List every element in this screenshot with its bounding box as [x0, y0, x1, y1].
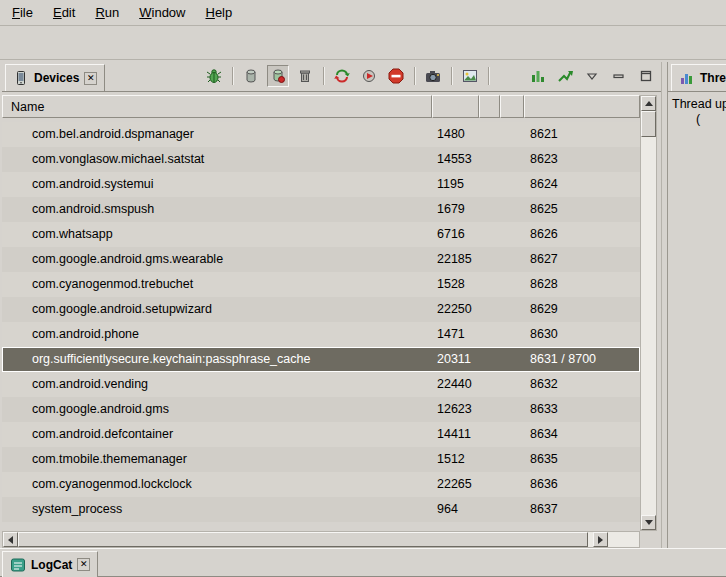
menu-help[interactable]: Help: [195, 2, 242, 23]
method-profile-arrow-button[interactable]: [554, 65, 576, 87]
vertical-scrollbar[interactable]: [640, 95, 657, 531]
process-row[interactable]: org.sufficientlysecure.keychain:passphra…: [2, 347, 640, 372]
process-row[interactable]: com.google.android.gms126238633: [2, 397, 640, 422]
column-header[interactable]: [500, 95, 524, 118]
view-menu-button[interactable]: [581, 65, 603, 87]
threads-tab-icon: [679, 70, 695, 86]
process-port: 8621: [530, 127, 558, 141]
process-row[interactable]: com.google.android.setupwizard222508629: [2, 297, 640, 322]
process-row[interactable]: system_process9648637: [2, 497, 640, 522]
threads-message-line1: Thread up: [668, 95, 726, 112]
screenshot-gallery-button[interactable]: [459, 65, 481, 87]
threads-panel: Threads Thread up (: [667, 62, 726, 548]
dump-hprof-icon: [270, 68, 286, 84]
process-pid: 14553: [437, 152, 472, 166]
scroll-up-button[interactable]: [641, 96, 656, 111]
process-pid: 1512: [437, 452, 465, 466]
horizontal-scrollbar[interactable]: [2, 531, 640, 548]
tab-threads[interactable]: Threads: [671, 64, 726, 91]
process-port: 8637: [530, 502, 558, 516]
debug-button[interactable]: [203, 65, 225, 87]
toolbar-separator: [323, 67, 324, 85]
process-port: 8626: [530, 227, 558, 241]
devices-tab-icon: [13, 70, 29, 86]
toolbar-separator: [414, 67, 415, 85]
process-row[interactable]: com.android.smspush16798625: [2, 197, 640, 222]
process-row[interactable]: com.cyanogenmod.lockclock222658636: [2, 472, 640, 497]
start-method-profiling-button[interactable]: [358, 65, 380, 87]
process-name: com.android.defcontainer: [32, 427, 173, 441]
vertical-scrollbar-thumb[interactable]: [641, 111, 656, 137]
toolbar-separator: [488, 67, 489, 85]
process-row[interactable]: com.android.systemui11958624: [2, 172, 640, 197]
process-pid: 14411: [437, 427, 471, 441]
process-pid: 20311: [437, 352, 471, 366]
process-pid: 22440: [437, 377, 472, 391]
screenshot-gallery-icon: [462, 68, 478, 84]
minimize-view-button[interactable]: [608, 65, 630, 87]
process-name: com.android.phone: [32, 327, 139, 341]
maximize-view-icon: [638, 68, 654, 84]
menu-file[interactable]: File: [2, 2, 43, 23]
arrow-right-icon: [598, 536, 603, 544]
stop-process-button[interactable]: [385, 65, 407, 87]
process-row[interactable]: com.bel.android.dspmanager14808621: [2, 122, 640, 147]
horizontal-scrollbar-thumb[interactable]: [18, 532, 588, 547]
main-toolbar-strip: [0, 26, 726, 60]
column-header[interactable]: [432, 95, 479, 118]
process-pid: 964: [437, 502, 458, 516]
table-header: Name: [2, 95, 640, 118]
column-header[interactable]: [479, 95, 500, 118]
column-header-name[interactable]: Name: [2, 95, 432, 118]
update-threads-button[interactable]: [331, 65, 353, 87]
process-row[interactable]: com.cyanogenmod.trebuchet15288628: [2, 272, 640, 297]
devices-tab-close-icon[interactable]: ✕: [84, 72, 97, 85]
column-header[interactable]: [524, 95, 640, 118]
logcat-tab-close-icon[interactable]: ✕: [77, 558, 90, 571]
toolbar-separator: [232, 67, 233, 85]
process-pid: 1679: [437, 202, 465, 216]
process-pid: 22250: [437, 302, 472, 316]
process-name: com.google.android.setupwizard: [32, 302, 212, 316]
minimize-view-icon: [611, 68, 627, 84]
menu-window[interactable]: Window: [129, 2, 195, 23]
screen-capture-button[interactable]: [422, 65, 444, 87]
maximize-view-button[interactable]: [635, 65, 657, 87]
process-port: 8636: [530, 477, 558, 491]
process-row[interactable]: com.whatsapp67168626: [2, 222, 640, 247]
process-name: com.tmobile.thememanager: [32, 452, 187, 466]
process-name: com.android.systemui: [32, 177, 154, 191]
cause-gc-icon: [297, 68, 313, 84]
process-name: com.cyanogenmod.trebuchet: [32, 277, 193, 291]
menu-bar: FileEditRunWindowHelp: [0, 0, 726, 26]
thread-updates-button[interactable]: [527, 65, 549, 87]
method-profile-arrow-icon: [557, 68, 573, 84]
menu-run[interactable]: Run: [85, 2, 129, 23]
process-name: com.google.android.gms.wearable: [32, 252, 223, 266]
process-row[interactable]: com.android.phone14718630: [2, 322, 640, 347]
logcat-tab-icon: [10, 557, 26, 573]
process-row[interactable]: com.android.defcontainer144118634: [2, 422, 640, 447]
update-heap-button[interactable]: [240, 65, 262, 87]
arrow-down-icon: [645, 520, 653, 525]
update-heap-icon: [243, 68, 259, 84]
process-row[interactable]: com.vonglasow.michael.satstat145538623: [2, 147, 640, 172]
tab-logcat[interactable]: LogCat ✕: [2, 551, 98, 577]
ddms-window: FileEditRunWindowHelp Devices ✕ Name com…: [0, 0, 726, 577]
process-name: com.cyanogenmod.lockclock: [32, 477, 192, 491]
scroll-right-button[interactable]: [593, 532, 608, 547]
dump-hprof-button[interactable]: [267, 65, 289, 87]
scroll-down-button[interactable]: [641, 515, 656, 530]
process-pid: 1471: [437, 327, 465, 341]
cause-gc-button[interactable]: [294, 65, 316, 87]
process-row[interactable]: com.tmobile.thememanager15128635: [2, 447, 640, 472]
menu-edit[interactable]: Edit: [43, 2, 85, 23]
process-row[interactable]: com.google.android.gms.wearable221858627: [2, 247, 640, 272]
tab-devices[interactable]: Devices ✕: [5, 64, 105, 91]
debug-icon: [206, 68, 222, 84]
scroll-left-button[interactable]: [3, 532, 18, 547]
process-row[interactable]: com.android.vending224408632: [2, 372, 640, 397]
process-port: 8629: [530, 302, 558, 316]
toolbar-separator: [451, 67, 452, 85]
process-name: com.google.android.gms: [32, 402, 169, 416]
